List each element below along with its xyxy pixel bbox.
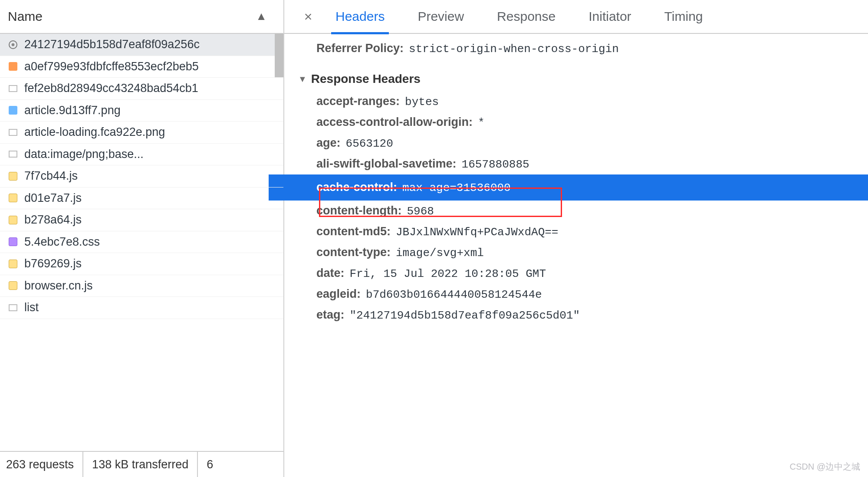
- response-header-row[interactable]: access-control-allow-origin:*: [312, 112, 868, 133]
- tab-response[interactable]: Response: [480, 0, 572, 33]
- header-value: bytes: [405, 95, 439, 109]
- file-row[interactable]: b278a64.js: [0, 209, 283, 231]
- blank-icon: [8, 83, 18, 94]
- response-header-row[interactable]: eagleid:b7d603b016644440058124544e: [312, 284, 868, 305]
- header-value: 1657880885: [462, 158, 529, 171]
- blank-icon: [8, 127, 18, 138]
- details-panel: × HeadersPreviewResponseInitiatorTiming …: [284, 0, 868, 477]
- header-value: strict-origin-when-cross-origin: [409, 43, 619, 56]
- response-header-row[interactable]: content-length:5968: [312, 201, 868, 221]
- header-value: image/svg+xml: [396, 247, 484, 260]
- js-icon: [8, 280, 18, 291]
- sort-arrow-icon[interactable]: ▲: [256, 10, 267, 23]
- file-name: 5.4ebc7e8.css: [24, 235, 100, 249]
- response-header-row[interactable]: content-md5:JBJxlNWxWNfq+PCaJWxdAQ==: [312, 221, 868, 242]
- tab-preview[interactable]: Preview: [401, 0, 480, 33]
- header-key: content-length:: [316, 204, 401, 217]
- file-name: article-loading.fca922e.png: [24, 125, 165, 139]
- file-name: article.9d13ff7.png: [24, 104, 121, 117]
- response-header-row[interactable]: accept-ranges:bytes: [312, 91, 868, 112]
- scrollbar-thumb[interactable]: [275, 34, 283, 77]
- file-name: 7f7cb44.js: [24, 169, 78, 183]
- network-request-list: Name ▲ 24127194d5b158d7eaf8f09a256ca0ef7…: [0, 0, 284, 477]
- tab-initiator[interactable]: Initiator: [572, 0, 648, 33]
- column-name: Name: [8, 9, 43, 24]
- file-row[interactable]: browser.cn.js: [0, 275, 283, 297]
- file-name: browser.cn.js: [24, 279, 93, 293]
- header-value: 5968: [407, 205, 434, 218]
- header-key: date:: [316, 266, 345, 280]
- file-name: b769269.js: [24, 257, 82, 270]
- response-header-row[interactable]: ali-swift-global-savetime:1657880885: [312, 154, 868, 174]
- header-value: *: [478, 116, 485, 129]
- header-key: Referrer Policy:: [316, 42, 404, 55]
- file-list: 24127194d5b158d7eaf8f09a256ca0ef799e93fd…: [0, 34, 283, 451]
- header-key: access-control-allow-origin:: [316, 115, 473, 129]
- headers-body: Referrer Policy: strict-origin-when-cros…: [284, 34, 868, 326]
- blank-icon: [8, 303, 18, 313]
- file-row[interactable]: b769269.js: [0, 253, 283, 275]
- header-key: accept-ranges:: [316, 95, 400, 108]
- response-header-row[interactable]: date:Fri, 15 Jul 2022 10:28:05 GMT: [312, 263, 868, 284]
- section-title-text: Response Headers: [311, 72, 421, 86]
- response-header-row[interactable]: content-type:image/svg+xml: [312, 242, 868, 263]
- watermark: CSDN @边中之城: [789, 461, 860, 473]
- file-name: b278a64.js: [24, 213, 82, 227]
- file-row[interactable]: list: [0, 297, 283, 319]
- list-header[interactable]: Name ▲: [0, 0, 283, 34]
- js-icon: [8, 171, 18, 181]
- img-o-icon: [8, 61, 18, 72]
- css-icon: [8, 237, 18, 247]
- file-name: d01e7a7.js: [24, 191, 82, 205]
- header-value: Fri, 15 Jul 2022 10:28:05 GMT: [350, 267, 546, 280]
- file-row[interactable]: article.9d13ff7.png: [0, 100, 283, 122]
- tab-timing[interactable]: Timing: [648, 0, 720, 33]
- header-key: ali-swift-global-savetime:: [316, 157, 457, 171]
- header-key: etag:: [316, 308, 345, 322]
- header-value: b7d603b016644440058124544e: [366, 288, 542, 301]
- file-name: data:image/png;base...: [24, 148, 144, 161]
- tabs-bar: × HeadersPreviewResponseInitiatorTiming: [284, 0, 868, 34]
- file-row[interactable]: data:image/png;base...: [0, 144, 283, 166]
- status-requests: 263 requests: [6, 452, 83, 477]
- header-value: 6563120: [346, 137, 393, 150]
- file-row[interactable]: 5.4ebc7e8.css: [0, 231, 283, 253]
- file-row[interactable]: d01e7a7.js: [0, 188, 283, 210]
- response-header-row[interactable]: etag:"24127194d5b158d7eaf8f09a256c5d01": [312, 305, 868, 326]
- js-icon: [8, 193, 18, 203]
- header-key: cache-control:: [316, 181, 397, 194]
- header-key: eagleid:: [316, 287, 361, 301]
- response-headers-list: accept-ranges:bytesaccess-control-allow-…: [312, 91, 868, 326]
- response-headers-section[interactable]: ▼ Response Headers: [298, 72, 868, 86]
- file-name: list: [24, 301, 39, 314]
- file-row[interactable]: a0ef799e93fdbfcffe8553ecf2beb5: [0, 56, 283, 78]
- status-bar: 263 requests 138 kB transferred 6: [0, 451, 283, 477]
- close-icon[interactable]: ×: [297, 9, 319, 25]
- file-name: fef2eb8d28949cc43248bad54cb1: [24, 82, 198, 95]
- disclosure-triangle-icon: ▼: [298, 74, 307, 84]
- js-icon: [8, 259, 18, 269]
- header-value: JBJxlNWxWNfq+PCaJWxdAQ==: [396, 226, 558, 239]
- file-row[interactable]: article-loading.fca922e.png: [0, 122, 283, 144]
- file-name: a0ef799e93fdbfcffe8553ecf2beb5: [24, 60, 199, 73]
- header-key: content-md5:: [316, 225, 391, 238]
- file-name: 24127194d5b158d7eaf8f09a256c: [24, 38, 200, 51]
- blank-icon: [8, 149, 18, 159]
- file-row[interactable]: 24127194d5b158d7eaf8f09a256c: [0, 34, 283, 56]
- header-key: age:: [316, 136, 341, 150]
- img-b-icon: [8, 105, 18, 115]
- js-icon: [8, 215, 18, 225]
- header-key: content-type:: [316, 246, 391, 259]
- response-header-row[interactable]: age:6563120: [312, 133, 868, 154]
- file-row[interactable]: fef2eb8d28949cc43248bad54cb1: [0, 78, 283, 100]
- header-value: "24127194d5b158d7eaf8f09a256c5d01": [350, 309, 580, 322]
- tab-headers[interactable]: Headers: [319, 0, 401, 33]
- status-extra: 6: [198, 452, 222, 477]
- file-row[interactable]: 7f7cb44.js: [0, 165, 283, 188]
- referrer-policy-row: Referrer Policy: strict-origin-when-cros…: [312, 38, 868, 59]
- svg-icon: [8, 39, 18, 50]
- header-value: max-age=31536000: [402, 181, 511, 194]
- response-header-row[interactable]: cache-control:max-age=31536000: [269, 174, 868, 201]
- status-transferred: 138 kB transferred: [83, 452, 198, 477]
